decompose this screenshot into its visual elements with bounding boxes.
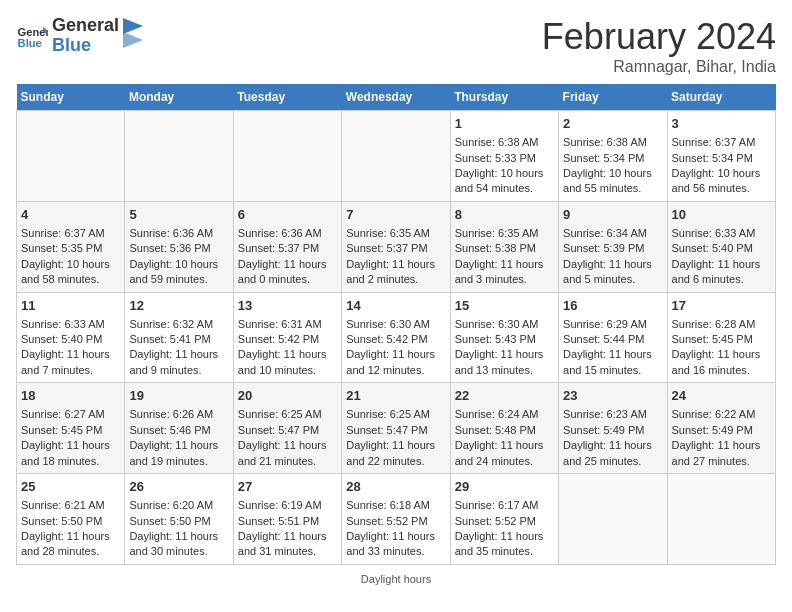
logo-general: General xyxy=(52,16,119,36)
calendar-body: 1Sunrise: 6:38 AMSunset: 5:33 PMDaylight… xyxy=(17,111,776,565)
day-info: Sunrise: 6:26 AM xyxy=(129,407,228,422)
day-info: Daylight: 11 hours and 16 minutes. xyxy=(672,347,771,378)
page-title: February 2024 xyxy=(542,16,776,58)
calendar-cell: 21Sunrise: 6:25 AMSunset: 5:47 PMDayligh… xyxy=(342,383,450,474)
day-number: 29 xyxy=(455,478,554,496)
day-number: 21 xyxy=(346,387,445,405)
day-info: Sunset: 5:49 PM xyxy=(563,423,662,438)
logo: General Blue General Blue xyxy=(16,16,143,56)
calendar-cell: 23Sunrise: 6:23 AMSunset: 5:49 PMDayligh… xyxy=(559,383,667,474)
calendar-cell: 17Sunrise: 6:28 AMSunset: 5:45 PMDayligh… xyxy=(667,292,775,383)
day-info: Sunset: 5:51 PM xyxy=(238,514,337,529)
day-info: Sunrise: 6:28 AM xyxy=(672,317,771,332)
calendar-cell: 29Sunrise: 6:17 AMSunset: 5:52 PMDayligh… xyxy=(450,474,558,565)
calendar-header: SundayMondayTuesdayWednesdayThursdayFrid… xyxy=(17,84,776,111)
day-info: Sunset: 5:33 PM xyxy=(455,151,554,166)
calendar-cell: 11Sunrise: 6:33 AMSunset: 5:40 PMDayligh… xyxy=(17,292,125,383)
day-info: Sunrise: 6:20 AM xyxy=(129,498,228,513)
calendar-cell xyxy=(125,111,233,202)
day-info: Daylight: 10 hours and 56 minutes. xyxy=(672,166,771,197)
day-info: Daylight: 11 hours and 13 minutes. xyxy=(455,347,554,378)
day-number: 8 xyxy=(455,206,554,224)
day-number: 10 xyxy=(672,206,771,224)
logo-flag-icon xyxy=(123,18,143,54)
day-info: Daylight: 11 hours and 35 minutes. xyxy=(455,529,554,560)
day-header-monday: Monday xyxy=(125,84,233,111)
calendar-week-5: 25Sunrise: 6:21 AMSunset: 5:50 PMDayligh… xyxy=(17,474,776,565)
day-info: Sunrise: 6:25 AM xyxy=(346,407,445,422)
day-header-friday: Friday xyxy=(559,84,667,111)
day-info: Sunrise: 6:25 AM xyxy=(238,407,337,422)
day-number: 15 xyxy=(455,297,554,315)
day-info: Daylight: 11 hours and 31 minutes. xyxy=(238,529,337,560)
day-info: Daylight: 11 hours and 15 minutes. xyxy=(563,347,662,378)
day-info: Daylight: 10 hours and 55 minutes. xyxy=(563,166,662,197)
day-info: Daylight: 11 hours and 5 minutes. xyxy=(563,257,662,288)
day-info: Sunset: 5:36 PM xyxy=(129,241,228,256)
day-info: Sunrise: 6:24 AM xyxy=(455,407,554,422)
page-subtitle: Ramnagar, Bihar, India xyxy=(542,58,776,76)
day-info: Sunset: 5:41 PM xyxy=(129,332,228,347)
day-number: 19 xyxy=(129,387,228,405)
day-number: 1 xyxy=(455,115,554,133)
day-info: Daylight: 11 hours and 30 minutes. xyxy=(129,529,228,560)
day-info: Sunset: 5:50 PM xyxy=(129,514,228,529)
day-info: Sunrise: 6:17 AM xyxy=(455,498,554,513)
calendar-cell: 2Sunrise: 6:38 AMSunset: 5:34 PMDaylight… xyxy=(559,111,667,202)
day-info: Sunset: 5:37 PM xyxy=(346,241,445,256)
day-number: 2 xyxy=(563,115,662,133)
day-info: Sunset: 5:34 PM xyxy=(563,151,662,166)
calendar-cell: 12Sunrise: 6:32 AMSunset: 5:41 PMDayligh… xyxy=(125,292,233,383)
day-info: Sunset: 5:42 PM xyxy=(346,332,445,347)
day-info: Sunset: 5:40 PM xyxy=(21,332,120,347)
day-number: 26 xyxy=(129,478,228,496)
svg-marker-5 xyxy=(123,32,143,48)
footer: Daylight hours xyxy=(16,573,776,585)
day-info: Sunrise: 6:37 AM xyxy=(672,135,771,150)
calendar-cell: 1Sunrise: 6:38 AMSunset: 5:33 PMDaylight… xyxy=(450,111,558,202)
calendar-week-2: 4Sunrise: 6:37 AMSunset: 5:35 PMDaylight… xyxy=(17,201,776,292)
calendar-cell: 3Sunrise: 6:37 AMSunset: 5:34 PMDaylight… xyxy=(667,111,775,202)
day-number: 14 xyxy=(346,297,445,315)
day-info: Sunset: 5:43 PM xyxy=(455,332,554,347)
calendar-cell: 22Sunrise: 6:24 AMSunset: 5:48 PMDayligh… xyxy=(450,383,558,474)
day-info: Daylight: 11 hours and 12 minutes. xyxy=(346,347,445,378)
calendar-cell: 20Sunrise: 6:25 AMSunset: 5:47 PMDayligh… xyxy=(233,383,341,474)
day-info: Sunrise: 6:38 AM xyxy=(563,135,662,150)
day-number: 7 xyxy=(346,206,445,224)
day-info: Sunset: 5:35 PM xyxy=(21,241,120,256)
day-info: Daylight: 11 hours and 3 minutes. xyxy=(455,257,554,288)
day-info: Sunrise: 6:36 AM xyxy=(129,226,228,241)
day-number: 25 xyxy=(21,478,120,496)
day-info: Daylight: 11 hours and 22 minutes. xyxy=(346,438,445,469)
day-info: Daylight: 10 hours and 54 minutes. xyxy=(455,166,554,197)
day-info: Sunset: 5:40 PM xyxy=(672,241,771,256)
day-number: 11 xyxy=(21,297,120,315)
day-info: Sunrise: 6:33 AM xyxy=(672,226,771,241)
svg-marker-4 xyxy=(123,18,143,34)
calendar-week-4: 18Sunrise: 6:27 AMSunset: 5:45 PMDayligh… xyxy=(17,383,776,474)
calendar-cell xyxy=(559,474,667,565)
day-info: Daylight: 11 hours and 21 minutes. xyxy=(238,438,337,469)
day-number: 17 xyxy=(672,297,771,315)
day-info: Daylight: 11 hours and 10 minutes. xyxy=(238,347,337,378)
day-info: Sunrise: 6:22 AM xyxy=(672,407,771,422)
day-info: Sunrise: 6:33 AM xyxy=(21,317,120,332)
day-header-sunday: Sunday xyxy=(17,84,125,111)
day-info: Daylight: 10 hours and 59 minutes. xyxy=(129,257,228,288)
header: General Blue General Blue February 2024 … xyxy=(16,16,776,76)
day-info: Sunrise: 6:27 AM xyxy=(21,407,120,422)
day-header-saturday: Saturday xyxy=(667,84,775,111)
day-info: Sunrise: 6:31 AM xyxy=(238,317,337,332)
calendar-cell: 5Sunrise: 6:36 AMSunset: 5:36 PMDaylight… xyxy=(125,201,233,292)
svg-text:Blue: Blue xyxy=(18,37,42,49)
day-info: Sunrise: 6:18 AM xyxy=(346,498,445,513)
day-info: Sunrise: 6:30 AM xyxy=(455,317,554,332)
day-info: Sunset: 5:44 PM xyxy=(563,332,662,347)
logo-icon: General Blue xyxy=(16,20,48,52)
day-info: Sunset: 5:47 PM xyxy=(238,423,337,438)
calendar-table: SundayMondayTuesdayWednesdayThursdayFrid… xyxy=(16,84,776,565)
day-number: 24 xyxy=(672,387,771,405)
day-info: Sunrise: 6:21 AM xyxy=(21,498,120,513)
footer-label: Daylight hours xyxy=(361,573,431,585)
